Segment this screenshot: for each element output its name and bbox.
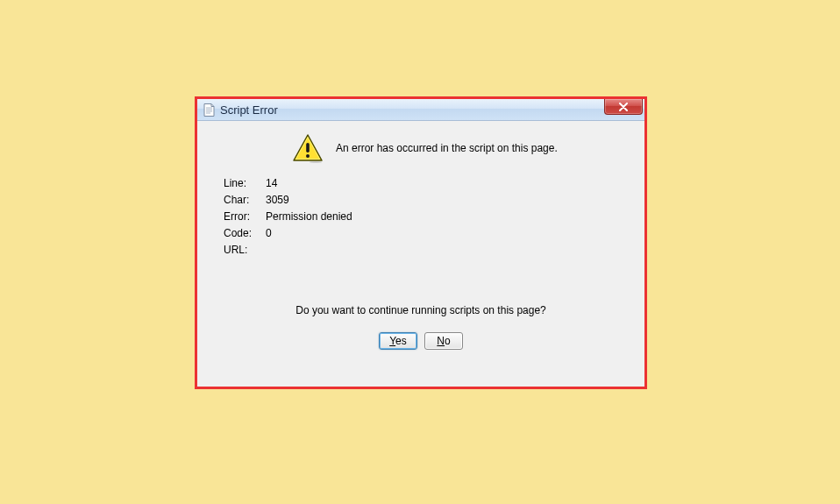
line-label: Line: — [224, 175, 266, 192]
char-label: Char: — [224, 192, 266, 209]
line-value: 14 — [266, 175, 277, 192]
detail-char: Char: 3059 — [224, 192, 623, 209]
error-details: Line: 14 Char: 3059 Error: Permission de… — [224, 175, 623, 259]
error-label: Error: — [224, 209, 266, 225]
url-label: URL: — [224, 242, 266, 259]
code-value: 0 — [266, 225, 272, 242]
close-button[interactable] — [604, 99, 643, 115]
detail-error: Error: Permission denied — [224, 209, 623, 225]
code-label: Code: — [224, 225, 266, 242]
document-icon — [203, 103, 215, 117]
detail-url: URL: — [224, 242, 623, 259]
svg-point-5 — [306, 154, 310, 158]
message-row: An error has occurred in the script on t… — [292, 133, 623, 163]
yes-button[interactable]: Yes — [379, 332, 417, 350]
svg-point-6 — [310, 161, 322, 163]
error-value: Permission denied — [266, 209, 352, 225]
dialog-title: Script Error — [220, 103, 278, 117]
detail-code: Code: 0 — [224, 225, 623, 242]
script-error-dialog: Script Error — [197, 99, 644, 387]
detail-line: Line: 14 — [224, 175, 623, 192]
char-value: 3059 — [266, 192, 289, 209]
dialog-body: An error has occurred in the script on t… — [197, 121, 644, 387]
button-row: Yes No — [218, 332, 623, 350]
error-message: An error has occurred in the script on t… — [336, 142, 558, 154]
close-icon — [618, 103, 629, 111]
warning-icon — [292, 133, 324, 163]
highlight-frame: Script Error — [195, 96, 647, 389]
continue-prompt: Do you want to continue running scripts … — [218, 304, 623, 316]
no-button[interactable]: No — [424, 332, 463, 350]
svg-rect-4 — [306, 143, 310, 153]
titlebar[interactable]: Script Error — [197, 99, 644, 121]
